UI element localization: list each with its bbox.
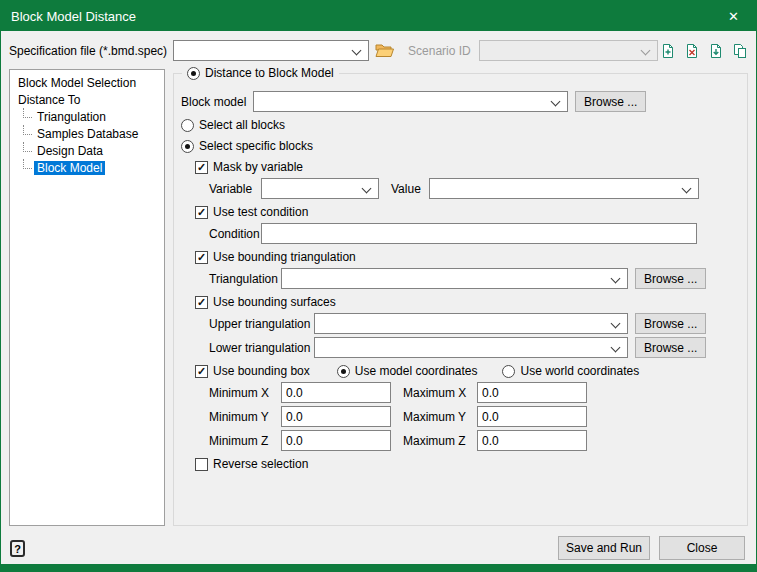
save-and-run-button[interactable]: Save and Run <box>558 536 650 560</box>
use-bounding-triangulation-checkbox[interactable]: ✓ <box>195 251 208 264</box>
tree-item-label: Block Model <box>34 161 105 175</box>
new-spec-icon[interactable] <box>658 41 679 61</box>
tree-item-label: Design Data <box>34 144 106 158</box>
specification-row: Specification file (*.bmd.spec) Scenario… <box>9 39 748 62</box>
condition-input[interactable] <box>261 223 697 244</box>
value-label: Value <box>391 182 429 196</box>
reverse-selection-row: Reverse selection <box>195 456 743 472</box>
mask-by-variable-checkbox[interactable]: ✓ <box>195 161 208 174</box>
variable-combobox[interactable] <box>261 178 379 199</box>
minimum-z-input[interactable] <box>281 430 391 451</box>
delete-spec-icon[interactable] <box>682 41 703 61</box>
distance-to-block-model-radio[interactable] <box>187 67 200 80</box>
maximum-y-input[interactable] <box>477 406 587 427</box>
tree-item-design-data[interactable]: Design Data <box>10 142 164 159</box>
check-icon: ✓ <box>197 207 206 218</box>
use-bounding-box-label: Use bounding box <box>213 364 310 378</box>
use-bounding-surfaces-label: Use bounding surfaces <box>213 295 336 309</box>
use-world-coordinates-label: Use world coordinates <box>520 364 639 378</box>
use-model-coordinates-label: Use model coordinates <box>355 364 478 378</box>
use-world-coordinates-radio[interactable] <box>502 365 515 378</box>
mask-by-variable-label: Mask by variable <box>213 160 303 174</box>
minimum-x-input[interactable] <box>281 382 391 403</box>
select-all-blocks-radio[interactable] <box>181 119 194 132</box>
upper-triangulation-label: Upper triangulation <box>209 317 314 331</box>
close-button[interactable]: Close <box>659 536 745 560</box>
select-all-blocks-label: Select all blocks <box>199 118 285 132</box>
minimum-y-label: Minimum Y <box>209 410 281 424</box>
upper-triangulation-row: Upper triangulation Browse ... <box>209 313 743 334</box>
mask-by-variable-row: ✓ Mask by variable <box>195 159 743 175</box>
browse-triangulation-button[interactable]: Browse ... <box>635 268 706 289</box>
group-caption: Distance to Block Model <box>182 65 339 81</box>
variable-label: Variable <box>209 182 261 196</box>
reverse-selection-label: Reverse selection <box>213 457 308 471</box>
variable-value-row: Variable Value <box>209 178 743 199</box>
maximum-z-input[interactable] <box>477 430 587 451</box>
tree-connector <box>23 142 32 152</box>
save-spec-icon[interactable] <box>706 41 727 61</box>
distance-to-block-model-label: Distance to Block Model <box>205 66 334 80</box>
maximum-x-label: Maximum X <box>403 386 477 400</box>
use-bounding-triangulation-label: Use bounding triangulation <box>213 250 356 264</box>
use-model-coordinates-radio[interactable] <box>337 365 350 378</box>
selection-tree: Block Model Selection Distance To Triang… <box>9 69 165 526</box>
triangulation-label: Triangulation <box>209 272 281 286</box>
tree-item-label: Triangulation <box>34 110 109 124</box>
triangulation-combobox[interactable] <box>281 268 628 289</box>
spec-file-combobox[interactable] <box>173 40 369 61</box>
use-bounding-surfaces-row: ✓ Use bounding surfaces <box>195 294 743 310</box>
window-title: Block Model Distance <box>11 9 136 24</box>
close-icon[interactable]: ✕ <box>711 1 756 31</box>
bounding-box-z-row: Minimum Z Maximum Z <box>209 430 743 451</box>
reverse-selection-checkbox[interactable] <box>195 458 208 471</box>
copy-spec-icon[interactable] <box>730 41 751 61</box>
bottom-accent-strip <box>1 564 756 571</box>
use-test-condition-checkbox[interactable]: ✓ <box>195 206 208 219</box>
select-specific-blocks-radio[interactable] <box>181 140 194 153</box>
tree-item-block-model-selection[interactable]: Block Model Selection <box>10 74 164 91</box>
help-icon[interactable]: ? <box>10 540 25 557</box>
check-icon: ✓ <box>197 252 206 263</box>
tree-connector <box>23 159 32 169</box>
value-combobox[interactable] <box>429 178 699 199</box>
select-specific-blocks-label: Select specific blocks <box>199 139 313 153</box>
maximum-x-input[interactable] <box>477 382 587 403</box>
use-bounding-box-checkbox[interactable]: ✓ <box>195 365 208 378</box>
tree-connector <box>23 108 32 118</box>
browse-lower-triangulation-button[interactable]: Browse ... <box>635 337 706 358</box>
bounding-box-y-row: Minimum Y Maximum Y <box>209 406 743 427</box>
browse-block-model-button[interactable]: Browse ... <box>575 91 646 112</box>
browse-upper-triangulation-button[interactable]: Browse ... <box>635 313 706 334</box>
spec-toolbar <box>658 41 751 61</box>
block-model-row: Block model Browse ... <box>181 91 743 112</box>
condition-row: Condition <box>209 223 743 244</box>
tree-item-label: Block Model Selection <box>15 76 139 90</box>
check-icon: ✓ <box>197 297 206 308</box>
lower-triangulation-combobox[interactable] <box>314 337 628 358</box>
open-folder-icon[interactable] <box>375 41 394 61</box>
minimum-y-input[interactable] <box>281 406 391 427</box>
minimum-z-label: Minimum Z <box>209 434 281 448</box>
check-icon: ✓ <box>197 162 206 173</box>
tree-item-triangulation[interactable]: Triangulation <box>10 108 164 125</box>
tree-item-samples-database[interactable]: Samples Database <box>10 125 164 142</box>
tree-connector <box>23 125 32 135</box>
use-bounding-triangulation-row: ✓ Use bounding triangulation <box>195 249 743 265</box>
titlebar: Block Model Distance ✕ <box>1 1 756 31</box>
block-model-distance-dialog: Block Model Distance ✕ Specification fil… <box>0 0 757 572</box>
lower-triangulation-row: Lower triangulation Browse ... <box>209 337 743 358</box>
tree-item-block-model[interactable]: Block Model <box>10 159 164 176</box>
maximum-z-label: Maximum Z <box>403 434 477 448</box>
block-model-combobox[interactable] <box>253 91 568 112</box>
bounding-box-x-row: Minimum X Maximum X <box>209 382 743 403</box>
tree-item-distance-to[interactable]: Distance To <box>10 91 164 108</box>
minimum-x-label: Minimum X <box>209 386 281 400</box>
scenario-id-label: Scenario ID <box>408 44 471 58</box>
upper-triangulation-combobox[interactable] <box>314 313 628 334</box>
block-model-label: Block model <box>181 95 253 109</box>
use-bounding-surfaces-checkbox[interactable]: ✓ <box>195 296 208 309</box>
tree-item-label: Distance To <box>15 93 83 107</box>
lower-triangulation-label: Lower triangulation <box>209 341 314 355</box>
select-specific-blocks-row: Select specific blocks <box>181 138 743 154</box>
